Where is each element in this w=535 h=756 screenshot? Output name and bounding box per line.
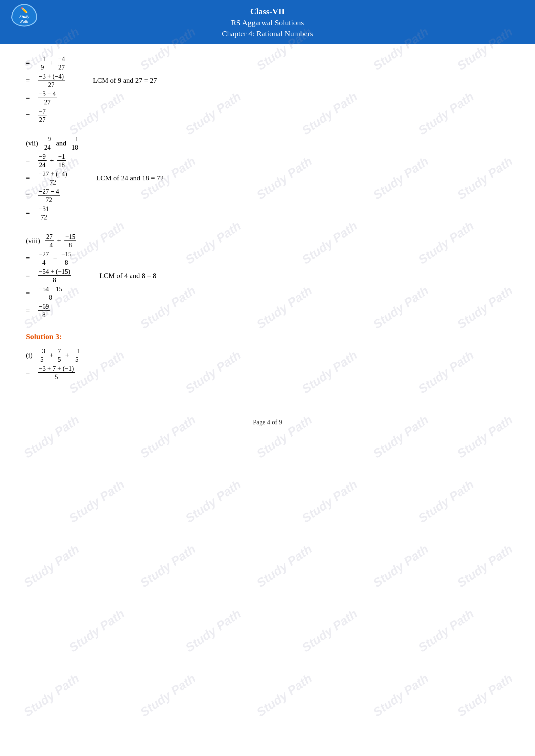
header-line3: Chapter 4: Rational Numbers <box>3 28 532 40</box>
frac-neg15-8-header: −15 8 <box>64 233 76 249</box>
frac-neg9-24-header: −9 24 <box>43 135 52 151</box>
part-vii-row1: = −9 24 + −1 18 <box>26 152 509 169</box>
frac-27-neg4-header: 27 −4 <box>45 233 54 249</box>
header-line2: RS Aggarwal Solutions <box>3 17 532 28</box>
part-vii-header: (vii) −9 24 and −1 18 <box>26 135 509 151</box>
part-viii-row3: = −54 − 15 8 <box>26 285 509 301</box>
part-viii-row1: = −27 4 + −15 8 <box>26 250 509 266</box>
frac-neg3-5-s3: −3 5 <box>38 347 46 363</box>
lcm-note-27: LCM of 9 and 27 = 27 <box>93 75 157 86</box>
sol3-part-i-row1: = −3 + 7 + (−1) 5 <box>26 364 509 381</box>
frac-neg54plusneg15-8: −54 + (−15) 8 <box>38 268 71 284</box>
frac-neg27plusneg4-72: −27 + (−4) 72 <box>38 170 68 186</box>
part-vii-block: (vii) −9 24 and −1 18 = −9 24 + −1 18 <box>26 135 509 221</box>
frac-neg27-4: −27 4 <box>38 250 50 266</box>
frac-neg69-8: −69 8 <box>38 303 50 319</box>
frac-neg9-24: −9 24 <box>38 152 46 169</box>
part-viii-row4: = −69 8 <box>26 303 509 319</box>
frac-neg7-27: −7 27 <box>38 107 46 123</box>
main-content: = −1 9 + −4 27 = −3 + (−4) 27 LCM of 9 a… <box>0 44 535 405</box>
frac-neg54minus15-8: −54 − 15 8 <box>38 285 63 301</box>
frac-neg15-8: −15 8 <box>61 250 72 266</box>
solution3-heading: Solution 3: <box>26 330 509 343</box>
continuation-block: = −1 9 + −4 27 = −3 + (−4) 27 LCM of 9 a… <box>26 55 509 123</box>
frac-neg3minus4-27: −3 − 4 27 <box>38 90 57 106</box>
logo: ✏️ StudyPath <box>10 4 39 26</box>
math-row-2: = −3 + (−4) 27 LCM of 9 and 27 = 27 <box>26 72 509 89</box>
part-vii-label: (vii) <box>26 137 38 149</box>
part-viii-block: (viii) 27 −4 + −15 8 = −27 4 + −15 8 <box>26 233 509 319</box>
math-row-1: = −1 9 + −4 27 <box>26 55 509 71</box>
part-viii-header: (viii) 27 −4 + −15 8 <box>26 233 509 249</box>
part-viii-label: (viii) <box>26 235 40 246</box>
math-row-4: = −7 27 <box>26 107 509 123</box>
page-footer: Page 4 of 9 <box>0 412 535 429</box>
page-number: Page 4 of 9 <box>253 418 282 426</box>
math-row-3: = −3 − 4 27 <box>26 90 509 106</box>
part-vii-row3: = −27 − 4 72 <box>26 187 509 203</box>
lcm-note-24-18: LCM of 24 and 18 = 72 <box>96 172 164 184</box>
frac-neg1-18-header: −1 18 <box>70 135 79 151</box>
frac-neg4-27: −4 27 <box>57 55 66 71</box>
frac-neg1-9: −1 9 <box>38 55 46 71</box>
part-vii-row2: = −27 + (−4) 72 LCM of 24 and 18 = 72 <box>26 170 509 186</box>
lcm-note-4-8: LCM of 4 and 8 = 8 <box>99 270 156 281</box>
part-vii-row4: = −31 72 <box>26 205 509 221</box>
header-line1: Class-VII <box>3 6 532 17</box>
part-i-label: (i) <box>26 349 33 361</box>
frac-neg3plusneg4-27: −3 + (−4) 27 <box>38 72 65 89</box>
frac-neg27minus4-72: −27 − 4 72 <box>38 187 60 203</box>
frac-neg1-5-s3: −1 5 <box>72 347 81 363</box>
frac-neg31-72: −31 72 <box>38 205 50 221</box>
frac-neg1-18: −1 18 <box>57 152 66 169</box>
page-header: ✏️ StudyPath Class-VII RS Aggarwal Solut… <box>0 0 535 44</box>
frac-neg3plus7plusneg1-5: −3 + 7 + (−1) 5 <box>38 364 75 381</box>
solution3-part-i-block: (i) −3 5 + 7 5 + −1 5 = −3 + 7 + (−1) 5 <box>26 347 509 381</box>
frac-7-5-s3: 7 5 <box>57 347 62 363</box>
part-viii-row2: = −54 + (−15) 8 LCM of 4 and 8 = 8 <box>26 268 509 284</box>
sol3-part-i-header: (i) −3 5 + 7 5 + −1 5 <box>26 347 509 363</box>
